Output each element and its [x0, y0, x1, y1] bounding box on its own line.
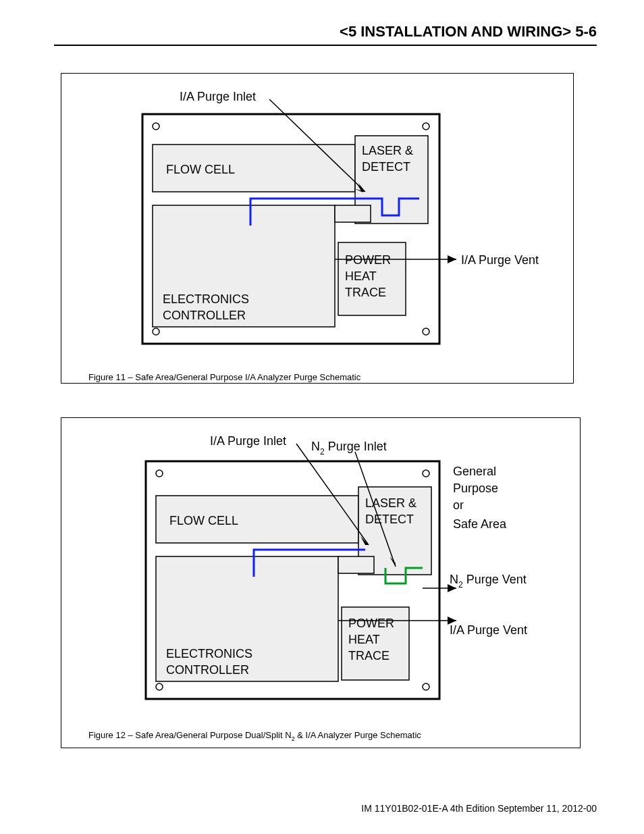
fig12-power-label: POWER — [348, 617, 394, 630]
fig11-electronics-label: ELECTRONICS — [163, 292, 249, 306]
fig12-controller-label: CONTROLLER — [166, 663, 249, 677]
fig12-heat-label: HEAT — [348, 633, 380, 646]
page: <5 INSTALLATION AND WIRING> 5-6 I/A Purg… — [0, 0, 644, 834]
fig11-heat-label: HEAT — [345, 269, 377, 283]
fig12-n2-inlet-label: N2 Purge Inlet — [311, 440, 387, 457]
header-title: <5 INSTALLATION AND WIRING> 5-6 — [340, 23, 597, 40]
fig12-or-label: or — [453, 498, 464, 512]
figure-11-svg: I/A Purge Inlet FLOW CELL LASER & DETECT… — [75, 87, 561, 357]
figure-12-svg: I/A Purge Inlet N2 Purge Inlet FLOW CELL… — [75, 432, 568, 715]
fig12-purpose-label: Purpose — [453, 481, 498, 495]
hole-icon — [423, 470, 429, 477]
fig12-general-label: General — [453, 465, 496, 478]
fig11-flow-cell-label: FLOW CELL — [166, 163, 235, 176]
fig12-ia-inlet-label: I/A Purge Inlet — [210, 434, 286, 448]
fig12-safe-area-label: Safe Area — [453, 517, 507, 531]
fig11-purge-inlet-label: I/A Purge Inlet — [180, 90, 256, 103]
hole-icon — [423, 328, 429, 335]
page-footer: IM 11Y01B02-01E-A 4th Edition September … — [361, 803, 597, 814]
fig12-ia-vent-label: I/A Purge Vent — [450, 623, 527, 637]
hole-icon — [153, 123, 159, 130]
arrowhead-icon — [448, 255, 456, 263]
hole-icon — [423, 123, 429, 130]
fig12-electronics-label: ELECTRONICS — [166, 647, 252, 660]
fig11-laser-label: LASER & — [362, 144, 413, 157]
hole-icon — [156, 470, 163, 477]
fig12-flow-cell-label: FLOW CELL — [169, 514, 238, 527]
fig11-power-label: POWER — [345, 253, 391, 267]
fig12-detect-label: DETECT — [365, 513, 414, 526]
hole-icon — [153, 328, 159, 335]
fig12-trace-label: TRACE — [348, 649, 390, 662]
hole-icon — [156, 683, 163, 690]
fig11-detect-label: DETECT — [362, 160, 410, 174]
figure-11-caption: Figure 11 – Safe Area/General Purpose I/… — [88, 372, 560, 382]
fig12-junction — [338, 556, 374, 573]
figure-11-box: I/A Purge Inlet FLOW CELL LASER & DETECT… — [61, 73, 574, 384]
footer-text: IM 11Y01B02-01E-A 4th Edition September … — [361, 803, 597, 814]
hole-icon — [423, 683, 429, 690]
fig11-junction — [335, 205, 371, 222]
fig11-controller-label: CONTROLLER — [163, 309, 246, 322]
fig11-trace-label: TRACE — [345, 286, 386, 299]
fig11-vent-label: I/A Purge Vent — [461, 253, 539, 267]
figure-12-caption: Figure 12 – Safe Area/General Purpose Du… — [88, 730, 566, 742]
page-header: <5 INSTALLATION AND WIRING> 5-6 — [54, 23, 597, 46]
fig12-n2-vent-label: N2 Purge Vent — [450, 573, 527, 590]
figure-12-box: I/A Purge Inlet N2 Purge Inlet FLOW CELL… — [61, 417, 581, 748]
